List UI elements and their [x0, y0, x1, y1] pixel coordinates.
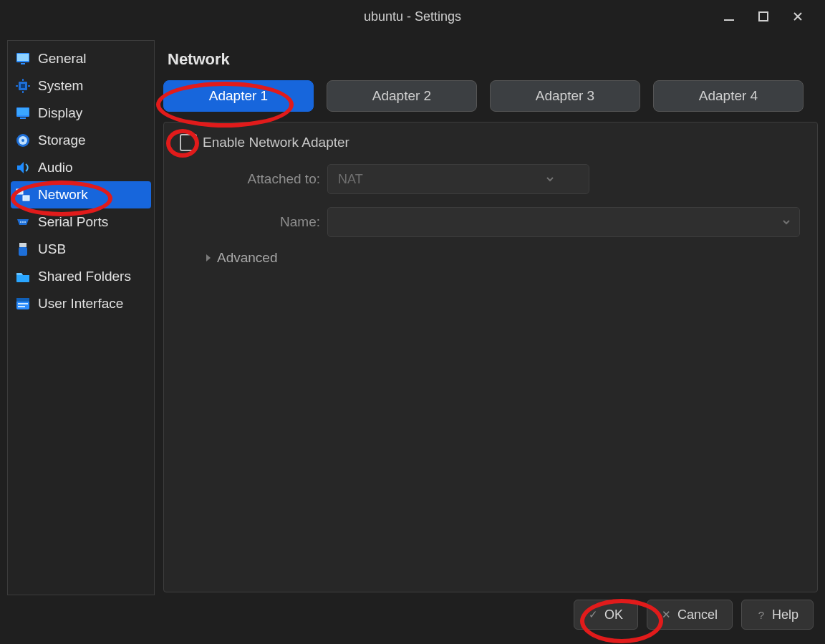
sidebar: General System Display Storage: [7, 40, 155, 595]
window-controls: [722, 0, 825, 33]
sidebar-item-label: User Interface: [38, 296, 123, 312]
sidebar-item-label: Network: [38, 187, 88, 203]
sidebar-item-label: System: [38, 78, 83, 94]
svg-rect-25: [16, 298, 29, 302]
display-icon: [15, 105, 31, 121]
svg-rect-0: [724, 19, 734, 21]
name-label: Name:: [170, 214, 320, 230]
serial-icon: [15, 214, 31, 230]
svg-rect-1: [759, 12, 768, 21]
close-button[interactable]: [791, 9, 805, 24]
attached-to-value: NAT: [338, 172, 363, 187]
help-icon: ?: [756, 609, 766, 621]
chevron-down-icon: [545, 174, 555, 184]
sidebar-item-audio[interactable]: Audio: [8, 154, 154, 181]
svg-rect-3: [17, 54, 29, 61]
svg-point-16: [21, 139, 24, 142]
sidebar-item-shared-folders[interactable]: Shared Folders: [8, 263, 154, 290]
sidebar-item-general[interactable]: General: [8, 45, 154, 72]
network-icon: [15, 187, 31, 203]
sidebar-item-system[interactable]: System: [8, 72, 154, 100]
sidebar-item-serial-ports[interactable]: Serial Ports: [8, 208, 154, 236]
tab-adapter-4[interactable]: Adapter 4: [653, 80, 804, 112]
page-title: Network: [163, 40, 818, 80]
folder-icon: [15, 269, 31, 284]
tab-adapter-2[interactable]: Adapter 2: [327, 80, 477, 112]
sidebar-item-label: Shared Folders: [38, 269, 131, 284]
sidebar-item-label: Audio: [38, 160, 73, 176]
maximize-button[interactable]: [756, 9, 771, 24]
chevron-right-icon: [204, 254, 213, 262]
sidebar-item-usb[interactable]: USB: [8, 236, 154, 263]
svg-rect-22: [19, 243, 26, 247]
sidebar-item-network[interactable]: Network: [11, 181, 151, 208]
help-label: Help: [772, 607, 799, 623]
sidebar-item-display[interactable]: Display: [8, 100, 154, 127]
tab-adapter-3[interactable]: Adapter 3: [490, 80, 640, 112]
chevron-down-icon: [781, 217, 791, 227]
svg-point-19: [20, 221, 21, 223]
chip-icon: [15, 78, 31, 94]
svg-rect-18: [23, 196, 29, 201]
svg-point-21: [24, 221, 26, 223]
window-title: ubuntu - Settings: [364, 9, 461, 24]
titlebar: ubuntu - Settings: [0, 0, 825, 33]
enable-network-label: Enable Network Adapter: [203, 135, 349, 150]
svg-rect-27: [18, 306, 25, 307]
ok-label: OK: [604, 607, 623, 623]
monitor-icon: [15, 51, 31, 67]
advanced-label: Advanced: [217, 250, 278, 266]
cancel-icon: ✕: [662, 608, 672, 621]
cancel-label: Cancel: [677, 607, 718, 623]
ok-button[interactable]: ✓ OK: [574, 600, 638, 630]
svg-rect-12: [17, 108, 29, 115]
sidebar-item-user-interface[interactable]: User Interface: [8, 290, 154, 317]
dialog-footer: ✓ OK ✕ Cancel ? Help: [0, 592, 825, 644]
svg-rect-6: [21, 84, 25, 88]
svg-point-20: [22, 221, 24, 223]
svg-rect-17: [16, 189, 23, 194]
svg-rect-26: [18, 303, 28, 304]
audio-icon: [15, 160, 31, 176]
tab-adapter-1[interactable]: Adapter 1: [163, 80, 314, 112]
enable-network-checkbox[interactable]: [180, 134, 197, 151]
sidebar-item-label: USB: [38, 241, 66, 257]
svg-rect-4: [21, 63, 25, 64]
svg-rect-23: [19, 247, 27, 256]
usb-icon: [15, 241, 31, 257]
adapter-tabs: Adapter 1 Adapter 2 Adapter 3 Adapter 4: [163, 80, 818, 112]
ui-icon: [15, 296, 31, 312]
sidebar-item-label: Display: [38, 105, 82, 121]
adapter-1-pane: Enable Network Adapter Attached to: NAT: [163, 122, 818, 592]
help-button[interactable]: ? Help: [741, 600, 814, 630]
cancel-button[interactable]: ✕ Cancel: [647, 600, 733, 630]
disk-icon: [15, 133, 31, 148]
advanced-toggle[interactable]: Advanced: [170, 250, 806, 266]
main-panel: Network Adapter 1 Adapter 2 Adapter 3 Ad…: [163, 40, 818, 592]
sidebar-item-label: Storage: [38, 133, 86, 148]
svg-rect-13: [20, 117, 26, 119]
sidebar-item-storage[interactable]: Storage: [8, 127, 154, 154]
attached-to-label: Attached to:: [170, 171, 320, 187]
sidebar-item-label: Serial Ports: [38, 214, 108, 230]
name-select[interactable]: [327, 207, 800, 237]
check-icon: ✓: [589, 608, 599, 621]
sidebar-item-label: General: [38, 51, 87, 67]
minimize-button[interactable]: [722, 9, 736, 24]
attached-to-select[interactable]: NAT: [327, 164, 589, 194]
